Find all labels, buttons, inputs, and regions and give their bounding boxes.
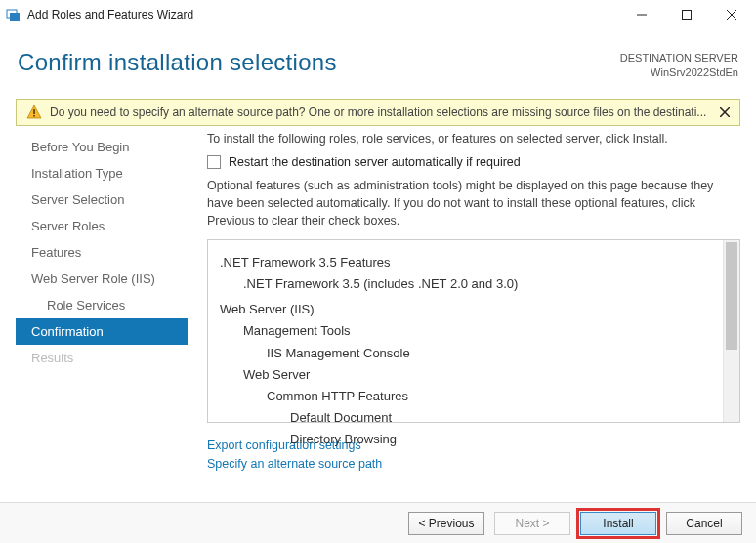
sidebar-item-server-selection[interactable]: Server Selection [16, 187, 188, 213]
destination-info: DESTINATION SERVER WinSrv2022StdEn [620, 49, 738, 81]
svg-rect-7 [33, 109, 35, 114]
app-icon [6, 7, 21, 22]
intro-text: To install the following roles, role ser… [207, 132, 740, 146]
wizard-header: Confirm installation selections DESTINAT… [0, 29, 756, 91]
close-button[interactable] [709, 0, 754, 29]
list-item: Web Server [220, 364, 722, 386]
list-item: Directory Browsing [220, 429, 722, 450]
list-item: .NET Framework 3.5 Features [220, 252, 722, 273]
titlebar: Add Roles and Features Wizard [0, 0, 756, 29]
wizard-footer: < Previous Next > Install Cancel [0, 502, 756, 543]
next-button: Next > [494, 512, 570, 535]
list-item: Web Server (IIS) [220, 299, 722, 320]
restart-checkbox[interactable] [207, 155, 221, 169]
banner-close-button[interactable] [716, 104, 734, 121]
destination-server: WinSrv2022StdEn [620, 65, 738, 80]
restart-checkbox-label: Restart the destination server automatic… [229, 155, 521, 169]
listbox-scrollbar[interactable] [723, 240, 739, 422]
warning-icon [26, 104, 42, 120]
list-item: Management Tools [220, 320, 722, 342]
sidebar-item-role-services[interactable]: Role Services [16, 292, 188, 318]
sidebar-item-installation-type[interactable]: Installation Type [16, 160, 188, 187]
sidebar-item-server-roles[interactable]: Server Roles [16, 213, 188, 239]
sidebar-item-features[interactable]: Features [16, 239, 188, 266]
window-title: Add Roles and Features Wizard [27, 8, 619, 21]
minimize-button[interactable] [619, 0, 664, 29]
install-button[interactable]: Install [580, 512, 656, 535]
sidebar-item-results: Results [16, 345, 188, 371]
list-item: .NET Framework 3.5 (includes .NET 2.0 an… [220, 273, 722, 295]
wizard-main: To install the following roles, role ser… [188, 126, 740, 474]
warning-message: Do you need to specify an alternate sour… [50, 105, 708, 119]
restart-checkbox-row[interactable]: Restart the destination server automatic… [207, 155, 740, 169]
sidebar-item-before-you-begin[interactable]: Before You Begin [16, 134, 188, 160]
optional-features-note: Optional features (such as administratio… [207, 177, 740, 230]
list-item: Default Document [220, 407, 722, 429]
list-item: IIS Management Console [220, 343, 722, 364]
previous-button[interactable]: < Previous [408, 512, 484, 535]
warning-banner: Do you need to specify an alternate sour… [16, 99, 740, 126]
svg-rect-3 [683, 11, 692, 20]
svg-rect-8 [33, 115, 35, 117]
page-title: Confirm installation selections [18, 49, 620, 76]
list-item: Common HTTP Features [220, 386, 722, 407]
scrollbar-thumb[interactable] [726, 242, 737, 350]
destination-label: DESTINATION SERVER [620, 51, 738, 65]
alternate-source-link[interactable]: Specify an alternate source path [207, 455, 740, 474]
maximize-button[interactable] [664, 0, 709, 29]
sidebar-item-web-server-role[interactable]: Web Server Role (IIS) [16, 266, 188, 292]
cancel-button[interactable]: Cancel [666, 512, 742, 535]
wizard-sidebar: Before You Begin Installation Type Serve… [16, 126, 188, 474]
svg-rect-1 [10, 13, 20, 21]
sidebar-item-confirmation[interactable]: Confirmation [16, 318, 188, 345]
selections-listbox[interactable]: .NET Framework 3.5 Features .NET Framewo… [207, 239, 740, 423]
